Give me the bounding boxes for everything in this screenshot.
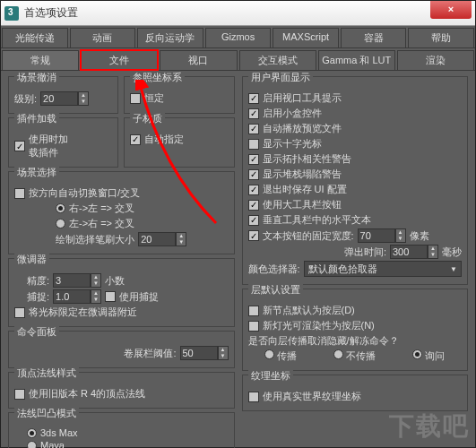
tab-render[interactable]: 渲染 — [397, 50, 474, 70]
tab-files[interactable]: 文件 — [81, 50, 158, 70]
color-picker-dropdown[interactable]: 默认颜色拾取器▼ — [304, 261, 462, 277]
layer-chk-2[interactable] — [248, 321, 259, 332]
ui-chk-3[interactable] — [248, 139, 259, 150]
group-submat: 子材质 — [130, 112, 165, 125]
nb-3dsmax-radio[interactable] — [27, 428, 37, 438]
ui-chk-4[interactable] — [248, 154, 259, 165]
lr-cross-radio[interactable] — [56, 219, 65, 228]
tab-ik[interactable]: 反向运动学 — [137, 28, 203, 47]
group-spinner: 微调器 — [14, 253, 49, 266]
undo-level-label: 级别: — [14, 92, 37, 106]
layer-chk-1[interactable] — [248, 306, 259, 316]
ui-chk-9[interactable] — [248, 230, 259, 241]
nb-maya-radio[interactable] — [27, 441, 37, 449]
tab-animation[interactable]: 动画 — [70, 28, 136, 47]
tab-row-1: 光能传递 动画 反向运动学 Gizmos MAXScript 容器 帮助 — [1, 26, 475, 48]
app-icon — [4, 6, 19, 21]
group-vnorm: 顶点法线样式 — [14, 366, 79, 380]
noprop-radio[interactable] — [333, 349, 343, 359]
tab-interaction[interactable]: 交互模式 — [239, 50, 316, 70]
tab-containers[interactable]: 容器 — [341, 28, 407, 47]
wrap-cursor-check[interactable] — [14, 307, 25, 318]
group-ui-display: 用户界面显示 — [248, 71, 313, 84]
tab-gamma[interactable]: Gamma 和 LUT — [318, 50, 395, 70]
precision-spinner[interactable]: ▲▼ — [53, 273, 101, 288]
load-on-use-check[interactable] — [14, 141, 25, 151]
ask-radio[interactable] — [412, 349, 422, 359]
rl-cross-radio[interactable] — [56, 203, 65, 213]
left-column: 场景撤消 级别: ▲▼ 参照坐标系 恒定 插件加载 使用时加 载插件 — [8, 76, 235, 444]
group-scene-undo: 场景撤消 — [14, 71, 59, 84]
tab-maxscript[interactable]: MAXScript — [273, 28, 339, 47]
tab-viewports[interactable]: 视口 — [160, 50, 237, 70]
legacy-normals-check[interactable] — [14, 389, 25, 400]
prop-radio[interactable] — [264, 349, 274, 359]
auto-switch-check[interactable] — [14, 188, 25, 199]
close-button[interactable]: × — [430, 1, 472, 19]
group-texture: 纹理坐标 — [248, 369, 293, 383]
tab-general[interactable]: 常规 — [2, 50, 79, 70]
group-cmd-panel: 命令面板 — [14, 325, 59, 339]
undo-level-spinner[interactable]: ▲▼ — [40, 91, 89, 106]
tab-gizmos[interactable]: Gizmos — [205, 28, 272, 47]
snap-spinner[interactable]: ▲▼ — [53, 289, 101, 304]
ui-chk-8[interactable] — [248, 215, 259, 226]
rollup-spinner[interactable]: ▲▼ — [180, 346, 229, 360]
ui-chk-2[interactable] — [248, 124, 259, 134]
auto-assign-check[interactable] — [130, 134, 141, 145]
group-layer: 层默认设置 — [248, 283, 303, 297]
text-width-spinner[interactable]: ▲▼ — [358, 228, 406, 243]
group-plugin: 插件加载 — [14, 112, 59, 125]
group-ref-coord: 参照坐标系 — [130, 71, 185, 84]
group-scene-sel: 场景选择 — [14, 166, 59, 179]
ui-chk-6[interactable] — [248, 185, 259, 195]
ui-chk-5[interactable] — [248, 169, 259, 180]
lock-coord-check[interactable] — [130, 93, 141, 104]
ui-chk-7[interactable] — [248, 200, 259, 211]
real-world-check[interactable] — [248, 392, 259, 402]
ui-chk-1[interactable] — [248, 108, 259, 119]
tab-help[interactable]: 帮助 — [408, 28, 474, 47]
tab-row-2: 常规 文件 视口 交互模式 Gamma 和 LUT 渲染 — [1, 48, 475, 71]
ui-chk-0[interactable] — [248, 93, 259, 104]
window-title: 首选项设置 — [24, 5, 430, 21]
use-snap-check[interactable] — [105, 291, 116, 302]
tab-radiosity[interactable]: 光能传递 — [2, 28, 68, 47]
group-normal-bump: 法线凹凸模式 — [14, 407, 79, 420]
right-column: 用户界面显示 启用视口工具提示 启用小盒控件 自动播放预览文件 显示十字光标 显… — [242, 76, 469, 444]
brush-size-spinner[interactable]: ▲▼ — [138, 232, 186, 246]
flyout-spinner[interactable]: ▲▼ — [390, 245, 438, 259]
